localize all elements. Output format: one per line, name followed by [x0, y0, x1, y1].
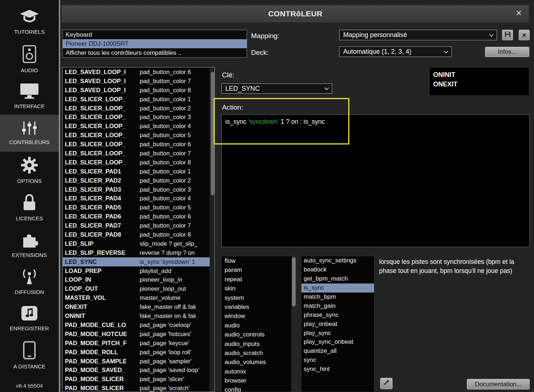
category-item[interactable]: audio_scratch [222, 348, 296, 358]
key-name: LED_SAVED_LOOP_I [63, 68, 140, 77]
category-item[interactable]: flow [222, 256, 296, 265]
close-icon[interactable]: × [516, 8, 522, 19]
key-action-row[interactable]: LOAD_PREP playlist_add [63, 266, 214, 275]
infos-button[interactable]: Infos... [485, 47, 529, 57]
key-action-row[interactable]: LED_SLICER_PAD6 pad_button_color 6 [63, 212, 214, 221]
key-action-row[interactable]: LED_SLICER_LOOP_ pad_button_color 1 [63, 95, 214, 104]
key-action-row[interactable]: LOOP_IN pioneer_loop_in [63, 275, 214, 284]
key-action-row[interactable]: LED_SLICER_LOOP_ pad_button_color 2 [63, 104, 214, 113]
action-editor[interactable]: is_sync 'syncdown' 1 ? on : is_sync [221, 114, 530, 247]
category-item[interactable]: automix [222, 367, 296, 376]
category-item[interactable]: audio_inputs [222, 339, 296, 348]
sidebar-item-controleurs[interactable]: CONTRôLEURS [0, 115, 59, 152]
key-action-row[interactable]: PAD_MODE_PITCH_F pad_page 'keycue' [63, 339, 214, 348]
key-action-row[interactable]: PAD_MODE_CUE_LO pad_page 'cueloop' [63, 320, 214, 330]
save-mapping-button[interactable] [502, 30, 513, 40]
key-action-row[interactable]: PAD_MODE_SLICER pad_page 'scratch' [63, 384, 214, 392]
key-action-row[interactable]: LED_SLICER_PAD2 pad_button_color 2 [63, 176, 214, 185]
music-note-icon [21, 305, 38, 323]
verb-item[interactable]: play_sync_onbeat [301, 338, 374, 347]
key-action-row[interactable]: PAD_MODE_ROLL pad_page 'loop roll' [63, 348, 214, 357]
verb-item[interactable]: beatlock [301, 265, 374, 274]
sidebar-item-extensions[interactable]: EXTENSIONS [0, 226, 59, 263]
init-line[interactable]: ONINIT [433, 70, 529, 79]
key-action-row[interactable]: LED_SLIP_REVERSE reverse ? dump ? on [63, 248, 214, 257]
key-action-row[interactable]: PAD_MODE_SLICER pad_page 'slicer' [63, 375, 214, 384]
documentation-button[interactable]: Documentation... [467, 379, 530, 389]
key-action-row[interactable]: LED_SYNC is_sync 'syncdown' 1 [63, 257, 214, 266]
category-item[interactable]: repeat [222, 275, 296, 284]
key-action-row[interactable]: LED_SLIP slip_mode ? get_slip_ [63, 239, 214, 248]
category-item[interactable]: audio_volumes [222, 358, 296, 367]
key-action-row[interactable]: LED_SLICER_LOOP_ pad_button_color 8 [63, 158, 214, 167]
category-item[interactable]: variables [222, 302, 296, 311]
key-action: pioneer_loop_in [140, 275, 214, 284]
sidebar-item-licences[interactable]: LICENCES [0, 189, 59, 226]
scrollbar-thumb[interactable] [292, 257, 296, 306]
verb-item[interactable]: is_sync [301, 283, 374, 293]
sidebar-item-enregistrer[interactable]: ENREGISTRER [0, 300, 59, 337]
delete-mapping-button[interactable]: × [519, 30, 530, 40]
init-line[interactable]: ONEXIT [433, 79, 529, 89]
category-item[interactable]: audio [222, 321, 296, 330]
key-action-row[interactable]: LED_SAVED_LOOP_I pad_button_color 7 [63, 77, 214, 86]
key-action-row[interactable]: LED_SLICER_LOOP_ pad_button_color 5 [63, 131, 214, 140]
key-action-row[interactable]: PAD_MODE_SAVED_ pad_page 'saved loop' [63, 366, 214, 375]
key-action-row[interactable]: MASTER_VOL master_volume [63, 293, 214, 302]
sidebar-item-a-distance[interactable]: A DISTANCE [0, 337, 59, 374]
deck-select[interactable]: Automatique (1, 2, 3, 4) [339, 46, 452, 57]
controller-list-item[interactable]: Pioneer DDJ-1000SRT [63, 39, 247, 48]
verb-item[interactable]: match_bpm [301, 293, 374, 302]
key-action-row[interactable]: LED_SLICER_PAD7 pad_button_color 7 [63, 221, 214, 230]
key-action-row[interactable]: LED_SAVED_LOOP_I pad_button_color 8 [63, 86, 214, 95]
verb-item[interactable]: play_sync [301, 329, 374, 338]
key-action-row[interactable]: LED_SLICER_PAD4 pad_button_color 4 [63, 194, 214, 203]
sidebar-item-audio[interactable]: AUDIO [0, 41, 59, 78]
mapping-select[interactable]: Mapping personnalisé [339, 30, 497, 40]
key-action-row[interactable]: LED_SLICER_PAD1 pad_button_color 1 [63, 167, 214, 176]
key-name: LED_SLICER_PAD5 [63, 203, 140, 212]
key-action-row[interactable]: LOOP_OUT pioneer_loop_out [63, 284, 214, 293]
scrollbar-thumb[interactable] [211, 72, 214, 195]
key-name: LED_SLICER_LOOP_ [63, 149, 140, 158]
category-item[interactable]: config [222, 385, 296, 392]
action-picker-button[interactable] [380, 378, 393, 389]
controller-list-item[interactable]: Afficher tous les contrôleurs compatible… [63, 48, 247, 57]
verb-item[interactable]: get_bpm_match [301, 274, 374, 283]
category-item[interactable]: window [222, 311, 296, 320]
category-item[interactable]: skin [222, 284, 296, 293]
sidebar-item-options[interactable]: OPTIONS [0, 152, 59, 189]
key-action-row[interactable]: PAD_MODE_SAMPLE pad_page 'sampler' [63, 357, 214, 366]
key-select[interactable]: LED_SYNC [221, 83, 332, 94]
category-item[interactable]: audio_controls [222, 330, 296, 339]
verb-item[interactable]: play_onbeat [301, 320, 374, 329]
verb-item[interactable]: sync_hint [301, 365, 374, 374]
sidebar-item-diffusion[interactable]: DIFFUSION [0, 263, 59, 300]
controller-list-item[interactable]: Keyboard [63, 30, 247, 39]
key-action-row[interactable]: LED_SLICER_PAD8 pad_button_color 8 [63, 230, 214, 239]
sidebar-item-tutoriels[interactable]: TUTORIELS [0, 4, 59, 41]
verb-item[interactable]: auto_sync_settings [301, 256, 374, 265]
verb-item[interactable]: phrase_sync [301, 311, 374, 320]
key-action: reverse ? dump ? on [140, 248, 214, 257]
category-item[interactable]: browser [222, 376, 296, 385]
verb-item[interactable]: match_gain [301, 302, 374, 311]
key-action-row[interactable]: LED_SLICER_PAD3 pad_button_color 3 [63, 185, 214, 194]
deck-label: Deck: [251, 49, 269, 57]
key-action-row[interactable]: LED_SLICER_LOOP_ pad_button_color 7 [63, 149, 214, 158]
key-list-scrollbar[interactable] [210, 68, 214, 392]
category-list-scrollbar[interactable] [291, 256, 296, 392]
key-action-row[interactable]: LED_SLICER_PAD5 pad_button_color 5 [63, 203, 214, 212]
key-action-row[interactable]: LED_SLICER_LOOP_ pad_button_color 6 [63, 140, 214, 149]
key-action-row[interactable]: LED_SAVED_LOOP_I pad_button_color 6 [63, 68, 214, 77]
key-action-row[interactable]: LED_SLICER_LOOP_ pad_button_color 4 [63, 122, 214, 131]
sidebar-item-interface[interactable]: INTERFACE [0, 78, 59, 115]
key-action-row[interactable]: LED_SLICER_LOOP_ pad_button_color 3 [63, 113, 214, 122]
key-action-row[interactable]: PAD_MODE_HOTCUE pad_page 'hotcues' [63, 330, 214, 339]
key-action-row[interactable]: ONINIT fake_master on & fak [63, 311, 214, 320]
category-item[interactable]: system [222, 293, 296, 302]
verb-item[interactable]: quantize_all [301, 347, 374, 356]
key-action-row[interactable]: ONEXIT fake_master off & fak [63, 302, 214, 311]
category-item[interactable]: param [222, 265, 296, 274]
verb-item[interactable]: sync [301, 356, 374, 365]
